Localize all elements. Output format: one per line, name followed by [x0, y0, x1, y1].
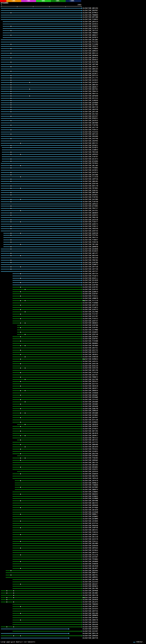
hit-label[interactable]: UniRef100_Q9S7Z1	[83, 142, 98, 144]
hit-row[interactable]: UniRef100_Q10767	[0, 293, 146, 295]
hit-row[interactable]: UniRef100_A9YTZ6	[0, 266, 146, 268]
hit-bar[interactable]	[17, 471, 81, 472]
hit-bar[interactable]	[3, 233, 81, 234]
hit-label[interactable]: UniRef100_B8AEK2	[83, 493, 98, 495]
hit-label[interactable]: UniRef100_Q43975	[83, 172, 98, 174]
hit-bar[interactable]	[1, 213, 81, 213]
hit-row[interactable]: UniRef100_P16577	[0, 221, 146, 223]
hit-bar[interactable]	[6, 577, 81, 578]
hit-bar[interactable]	[1, 109, 81, 110]
hit-bar[interactable]	[1, 228, 81, 229]
hit-label[interactable]: UniRef100_P07089	[83, 345, 98, 346]
hit-row[interactable]: UniRef100_B3TLU6	[0, 419, 146, 421]
hit-row[interactable]: UniRef100_P04714	[0, 236, 146, 239]
hit-bar[interactable]	[12, 386, 81, 386]
hit-bar[interactable]	[1, 53, 81, 54]
hit-row[interactable]: UniRef100_Q01859	[0, 446, 146, 448]
hit-bar[interactable]	[12, 543, 81, 544]
hit-label[interactable]: UniRef100_Q43874	[83, 36, 98, 38]
hit-label[interactable]: UniRef100_P48534	[83, 531, 98, 533]
hit-row[interactable]: UniRef100_O04130	[0, 594, 146, 596]
hit-label[interactable]: UniRef100_P16032	[83, 18, 98, 20]
hit-label[interactable]: UniRef100_Q42962	[83, 455, 98, 457]
hit-row[interactable]: UniRef100_Q9SAW8	[0, 412, 146, 414]
hit-label[interactable]: UniRef100_A2XSV4	[83, 426, 98, 428]
hit-row[interactable]: UniRef100_B9T1N0	[0, 16, 146, 18]
hit-label[interactable]: UniRef100_A9P2L4	[83, 66, 98, 68]
hit-label[interactable]: UniRef100_Q7XAC5	[83, 428, 98, 430]
hit-bar[interactable]	[12, 534, 81, 535]
hit-label[interactable]: UniRef100_Q55021	[83, 144, 98, 146]
hit-bar[interactable]	[12, 356, 81, 357]
hit-bar[interactable]	[1, 143, 81, 144]
hit-row[interactable]: UniRef100_Q26575	[0, 223, 146, 225]
hit-bar[interactable]	[12, 451, 81, 452]
hit-row[interactable]: UniRef100_Q2QWR3	[0, 516, 146, 518]
hit-bar[interactable]	[12, 608, 81, 609]
hit-bar[interactable]	[1, 249, 81, 249]
hit-bar[interactable]	[17, 332, 81, 332]
hit-bar[interactable]	[1, 82, 81, 83]
hit-bar[interactable]	[3, 30, 81, 31]
hit-row[interactable]: UniRef100_Q9SEB9	[0, 135, 146, 138]
hit-bar[interactable]	[12, 285, 81, 285]
hit-label[interactable]: UniRef100_A9PHQ1	[83, 70, 98, 72]
hit-bar[interactable]	[2, 150, 81, 150]
hit-label[interactable]: UniRef100_Q84TI6	[83, 637, 98, 639]
hit-label[interactable]: UniRef100_B9S8R2	[83, 466, 98, 468]
hit-label[interactable]: UniRef100_O49139	[83, 367, 98, 369]
hit-label[interactable]: UniRef100_Q15707	[83, 316, 98, 317]
hit-bar[interactable]	[12, 375, 81, 375]
hit-row[interactable]: UniRef100_A6S055	[0, 354, 146, 356]
hit-label[interactable]: UniRef100_Q9FLC0	[83, 632, 98, 634]
hit-label[interactable]: UniRef100_Q2PEX4	[83, 470, 98, 472]
hit-bar[interactable]	[12, 303, 81, 303]
hit-row[interactable]: UniRef100_P17179	[0, 300, 146, 302]
hit-label[interactable]: UniRef100_Q02980	[83, 122, 98, 124]
hit-bar[interactable]	[1, 166, 81, 166]
hit-bar[interactable]	[1, 44, 81, 44]
hit-bar[interactable]	[15, 480, 81, 481]
hit-bar[interactable]	[12, 521, 81, 521]
hit-row[interactable]: UniRef100_Q20253	[0, 214, 146, 216]
hit-row[interactable]: UniRef100_B7PMC2	[0, 12, 146, 14]
hit-bar[interactable]	[12, 404, 81, 404]
hit-row[interactable]: UniRef100_A3C6H5	[0, 520, 146, 522]
hit-bar[interactable]	[12, 323, 81, 323]
hit-row[interactable]: UniRef100_P07180	[0, 243, 146, 246]
hit-row[interactable]: UniRef100_Q8RWV0	[0, 614, 146, 616]
hit-bar[interactable]	[1, 136, 81, 136]
hit-bar[interactable]	[1, 206, 81, 206]
hit-label[interactable]: UniRef100_Q39256	[83, 628, 98, 630]
hit-bar[interactable]	[3, 28, 81, 29]
hit-label[interactable]: UniRef100_Q8LBP7	[83, 568, 98, 569]
hit-label[interactable]: UniRef100_Q43915	[83, 23, 98, 25]
hit-row[interactable]: UniRef100_A43746	[0, 138, 146, 140]
hit-row[interactable]: UniRef100_Q10788	[0, 284, 146, 286]
hit-bar[interactable]	[1, 217, 81, 218]
hit-bar[interactable]	[12, 505, 81, 506]
hit-label[interactable]: UniRef100_Q51626	[83, 280, 98, 281]
hit-label[interactable]: UniRef100_Q9SAU8	[83, 406, 98, 407]
hit-bar[interactable]	[1, 42, 81, 42]
hit-bar[interactable]	[1, 138, 81, 139]
hit-bar[interactable]	[1, 269, 81, 269]
hit-row[interactable]: UniRef100_Q2Z754	[0, 383, 146, 385]
hit-row[interactable]: UniRef100_A2XSV4	[0, 425, 146, 428]
hit-row[interactable]: UniRef100_P10797	[0, 156, 146, 158]
hit-row[interactable]: UniRef100_P08138	[0, 216, 146, 219]
hit-label[interactable]: UniRef100_B85349	[83, 255, 98, 256]
hit-bar[interactable]	[1, 145, 81, 146]
hit-bar[interactable]	[17, 334, 81, 335]
hit-bar[interactable]	[12, 548, 81, 548]
hit-row[interactable]: UniRef100_Q42822	[0, 79, 146, 81]
hit-label[interactable]: UniRef100_Q40250	[83, 232, 98, 234]
hit-bar[interactable]	[17, 330, 81, 330]
hit-bar[interactable]	[12, 436, 81, 436]
hit-label[interactable]: UniRef100_B7U5M4	[83, 160, 98, 162]
hit-row[interactable]: UniRef100_Q9LRS0	[0, 565, 146, 567]
hit-row[interactable]: UniRef100_A9YTZ4	[0, 272, 146, 275]
hit-bar[interactable]	[12, 408, 81, 409]
hit-row[interactable]: UniRef100_Q43123	[0, 74, 146, 77]
hit-label[interactable]: UniRef100_P04715	[83, 93, 98, 94]
